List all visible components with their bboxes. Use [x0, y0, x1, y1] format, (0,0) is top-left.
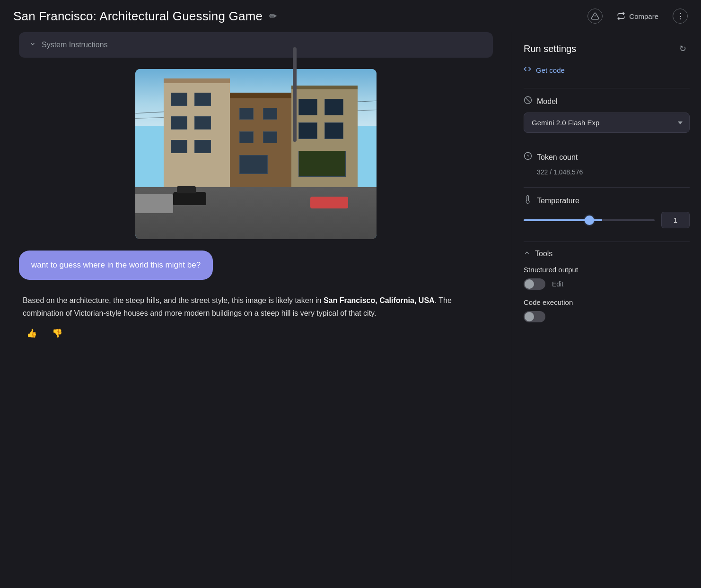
user-message-container: want to guess where in the world this mi…	[19, 251, 493, 280]
window	[263, 108, 277, 120]
toggle-knob	[525, 279, 534, 289]
building-center	[230, 93, 301, 197]
app-header: San Francisco: Architectural Guessing Ga…	[0, 0, 701, 32]
window	[324, 99, 343, 115]
car-red	[310, 197, 348, 208]
token-count-value: 322 / 1,048,576	[537, 168, 690, 176]
edit-icon[interactable]: ✏	[269, 10, 277, 22]
model-title: Model	[537, 97, 558, 106]
divider-1	[524, 88, 690, 88]
model-label-row: Model	[524, 96, 690, 107]
system-instructions-label: System Instructions	[42, 41, 108, 49]
page-title: San Francisco: Architectural Guessing Ga…	[13, 9, 263, 24]
car-jeep	[173, 192, 206, 205]
svg-line-3	[526, 98, 531, 103]
window	[239, 131, 254, 143]
system-instructions-chevron	[29, 41, 36, 49]
temperature-slider[interactable]	[524, 219, 655, 221]
temperature-input[interactable]: 1	[661, 212, 690, 228]
model-icon	[524, 96, 532, 107]
system-instructions-panel[interactable]: System Instructions	[19, 32, 493, 58]
code-execution-label: Code execution	[524, 298, 690, 306]
thumbs-up-button[interactable]: 👍	[23, 326, 41, 340]
window	[298, 99, 317, 115]
main-layout: System Instructions	[0, 32, 701, 587]
user-message-text: want to guess where in the world this mi…	[31, 260, 201, 269]
temperature-slider-row: 1	[524, 212, 690, 228]
code-execution-row	[524, 311, 690, 322]
get-code-icon	[524, 65, 531, 75]
thumbs-down-button[interactable]: 👎	[48, 326, 66, 340]
more-menu-icon[interactable]: ⋮	[673, 9, 688, 24]
car-roof	[177, 186, 196, 193]
chat-area: System Instructions	[0, 32, 512, 587]
tools-chevron-icon	[524, 250, 530, 258]
window	[194, 116, 211, 130]
window	[239, 108, 254, 120]
toggle-knob-2	[525, 312, 534, 321]
window	[324, 122, 343, 139]
temperature-label-row: Temperature	[524, 195, 690, 206]
code-execution-item: Code execution	[524, 298, 690, 322]
road	[135, 187, 377, 239]
ai-response: Based on the architecture, the steep hil…	[19, 294, 493, 340]
divider-2	[524, 187, 690, 188]
tools-section: Tools Structured output Edit Code execut…	[524, 250, 690, 331]
scrollbar-thumb	[293, 47, 297, 142]
divider-3	[524, 242, 690, 242]
token-icon	[524, 152, 532, 163]
model-select[interactable]: Gemini 2.0 Flash Exp	[524, 112, 690, 133]
get-code-label: Get code	[536, 66, 565, 74]
temperature-icon	[524, 195, 532, 206]
tools-title: Tools	[535, 250, 552, 258]
header-right: Compare ⋮	[587, 9, 688, 24]
window	[263, 131, 277, 143]
window	[171, 140, 187, 153]
garage-door	[298, 151, 346, 177]
model-section: Model Gemini 2.0 Flash Exp	[524, 96, 690, 142]
temperature-title: Temperature	[537, 197, 579, 205]
compare-label: Compare	[629, 12, 658, 20]
run-settings-title: Run settings	[524, 43, 576, 54]
token-count-section: Token count 322 / 1,048,576	[524, 152, 690, 176]
structured-output-label: Structured output	[524, 266, 690, 274]
ai-bold-text: San Francisco, California, USA	[324, 296, 435, 304]
structured-output-row: Edit	[524, 278, 690, 290]
token-count-title: Token count	[537, 153, 578, 162]
building-left	[164, 78, 230, 197]
feedback-row: 👍 👎	[23, 326, 489, 340]
token-label-row: Token count	[524, 152, 690, 163]
temperature-section: Temperature 1	[524, 195, 690, 228]
window	[171, 116, 187, 130]
building-right	[291, 86, 358, 197]
right-panel: Run settings ↻ Get code Model	[512, 32, 701, 587]
ai-response-text: Based on the architecture, the steep hil…	[23, 294, 489, 320]
compare-button[interactable]: Compare	[612, 9, 663, 23]
user-bubble: want to guess where in the world this mi…	[19, 251, 213, 280]
code-execution-toggle[interactable]	[524, 311, 545, 322]
window	[194, 93, 211, 106]
window	[171, 93, 187, 106]
structured-output-toggle[interactable]	[524, 278, 545, 290]
uploaded-image	[135, 69, 377, 239]
structured-output-item: Structured output Edit	[524, 266, 690, 290]
structured-output-edit[interactable]: Edit	[552, 280, 563, 288]
scrollbar-track[interactable]	[293, 38, 297, 579]
garage-window	[239, 155, 268, 174]
header-left: San Francisco: Architectural Guessing Ga…	[13, 9, 277, 24]
window	[194, 140, 211, 153]
window	[298, 122, 317, 139]
get-code-row[interactable]: Get code	[524, 65, 690, 75]
alerts-icon[interactable]	[587, 9, 603, 24]
refresh-button[interactable]: ↻	[675, 42, 690, 56]
run-settings-header: Run settings ↻	[524, 42, 690, 56]
truck	[135, 194, 173, 213]
tools-header[interactable]: Tools	[524, 250, 690, 258]
image-container	[135, 69, 377, 239]
